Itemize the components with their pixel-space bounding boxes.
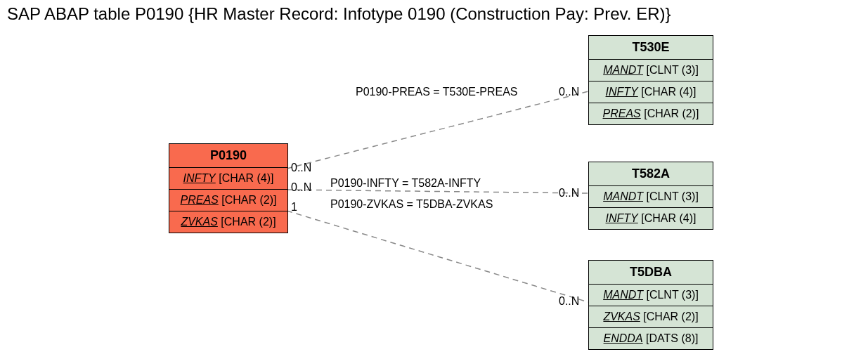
entity-t582a-field-1: INFTY [CHAR (4)] bbox=[589, 208, 713, 229]
entity-t530e: T530E MANDT [CLNT (3)] INFTY [CHAR (4)] … bbox=[588, 35, 713, 125]
entity-t582a-field-0: MANDT [CLNT (3)] bbox=[589, 186, 713, 208]
field-name: INFTY bbox=[606, 212, 638, 224]
edge2-label: P0190-INFTY = T582A-INFTY bbox=[330, 177, 481, 190]
entity-t5dba: T5DBA MANDT [CLNT (3)] ZVKAS [CHAR (2)] … bbox=[588, 260, 713, 350]
svg-line-2 bbox=[287, 211, 588, 302]
field-name: PREAS bbox=[181, 194, 219, 206]
entity-t5dba-field-2: ENDDA [DATS (8)] bbox=[589, 328, 713, 349]
edge3-left-card: 1 bbox=[291, 201, 297, 214]
field-type: [CLNT (3)] bbox=[646, 64, 698, 76]
edge1-right-card: 0..N bbox=[559, 86, 579, 98]
edge1-left-card: 0..N bbox=[291, 162, 311, 174]
field-name: MANDT bbox=[603, 289, 643, 301]
field-type: [CHAR (4)] bbox=[641, 86, 696, 98]
field-name: MANDT bbox=[603, 190, 643, 202]
field-type: [CHAR (2)] bbox=[221, 194, 276, 206]
entity-p0190-header: P0190 bbox=[169, 144, 287, 168]
entity-t530e-field-0: MANDT [CLNT (3)] bbox=[589, 60, 713, 81]
field-type: [CHAR (2)] bbox=[644, 107, 699, 119]
entity-t530e-field-2: PREAS [CHAR (2)] bbox=[589, 103, 713, 124]
entity-p0190-field-1: PREAS [CHAR (2)] bbox=[169, 190, 287, 211]
edge2-left-card: 0..N bbox=[291, 181, 311, 194]
entity-t530e-field-1: INFTY [CHAR (4)] bbox=[589, 81, 713, 103]
field-type: [CHAR (4)] bbox=[219, 172, 273, 184]
field-type: [CHAR (2)] bbox=[221, 216, 276, 228]
field-type: [CHAR (2)] bbox=[643, 311, 698, 322]
entity-p0190-field-2: ZVKAS [CHAR (2)] bbox=[169, 211, 287, 233]
field-name: ZVKAS bbox=[603, 311, 640, 322]
field-name: INFTY bbox=[183, 172, 216, 184]
field-type: [CHAR (4)] bbox=[641, 212, 696, 224]
entity-t530e-header: T530E bbox=[589, 36, 713, 60]
entity-t5dba-header: T5DBA bbox=[589, 261, 713, 285]
edge3-right-card: 0..N bbox=[559, 295, 579, 308]
field-type: [CLNT (3)] bbox=[646, 289, 698, 301]
field-name: MANDT bbox=[603, 64, 643, 76]
entity-t582a-header: T582A bbox=[589, 162, 713, 186]
svg-line-1 bbox=[287, 190, 588, 193]
field-name: ENDDA bbox=[604, 332, 643, 344]
entity-t5dba-field-0: MANDT [CLNT (3)] bbox=[589, 285, 713, 306]
entity-p0190-field-0: INFTY [CHAR (4)] bbox=[169, 168, 287, 190]
svg-line-0 bbox=[287, 91, 588, 169]
edge3-label: P0190-ZVKAS = T5DBA-ZVKAS bbox=[330, 198, 493, 211]
entity-p0190: P0190 INFTY [CHAR (4)] PREAS [CHAR (2)] … bbox=[169, 143, 288, 233]
field-type: [CLNT (3)] bbox=[646, 190, 698, 202]
field-name: PREAS bbox=[603, 107, 641, 119]
edge1-label: P0190-PREAS = T530E-PREAS bbox=[356, 86, 518, 98]
field-name: ZVKAS bbox=[181, 216, 217, 228]
entity-t582a: T582A MANDT [CLNT (3)] INFTY [CHAR (4)] bbox=[588, 162, 713, 230]
page-title: SAP ABAP table P0190 {HR Master Record: … bbox=[7, 4, 671, 24]
field-type: [DATS (8)] bbox=[646, 332, 698, 344]
edge2-right-card: 0..N bbox=[559, 187, 579, 200]
entity-t5dba-field-1: ZVKAS [CHAR (2)] bbox=[589, 306, 713, 328]
field-name: INFTY bbox=[606, 86, 638, 98]
